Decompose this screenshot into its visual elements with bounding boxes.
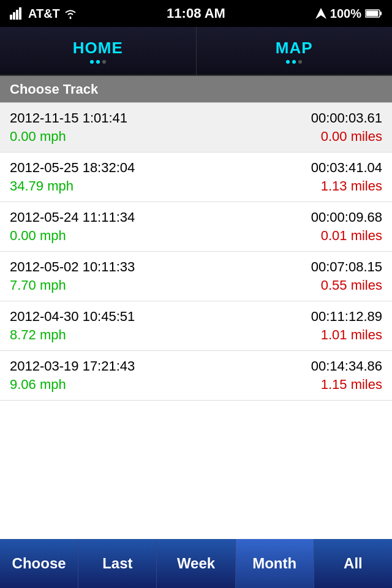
track-date: 2012-05-02 10:11:33 (10, 259, 135, 275)
track-duration: 00:07:08.15 (311, 259, 382, 275)
track-row[interactable]: 2012-04-30 10:45:51 00:11:12.89 8.72 mph… (0, 301, 392, 351)
track-speed: 9.06 mph (10, 377, 66, 393)
tab-map-dots (286, 60, 302, 64)
choose-track-header: Choose Track (0, 76, 392, 103)
bottom-tab-month[interactable]: Month (236, 539, 314, 588)
location-icon (315, 8, 326, 19)
track-row[interactable]: 2012-11-15 1:01:41 00:00:03.61 0.00 mph … (0, 103, 392, 153)
bottom-tab-choose[interactable]: Choose (0, 539, 78, 588)
track-speed: 0.00 mph (10, 228, 66, 244)
track-speed: 0.00 mph (10, 129, 66, 145)
track-speed: 34.79 mph (10, 178, 74, 194)
status-left: AT&T (10, 7, 77, 21)
svg-rect-7 (366, 11, 379, 17)
track-date: 2012-05-24 11:11:34 (10, 209, 135, 225)
svg-marker-4 (315, 8, 326, 19)
track-date: 2012-11-15 1:01:41 (10, 110, 127, 126)
track-row[interactable]: 2012-05-02 10:11:33 00:07:08.15 7.70 mph… (0, 252, 392, 301)
track-row[interactable]: 2012-03-19 17:21:43 00:14:34.86 9.06 mph… (0, 351, 392, 401)
track-duration: 00:03:41.04 (311, 160, 382, 176)
tab-map[interactable]: MAP (197, 27, 393, 75)
svg-rect-0 (10, 15, 12, 20)
track-speed: 8.72 mph (10, 327, 66, 343)
track-duration: 00:14:34.86 (311, 358, 382, 374)
tab-home[interactable]: HOME (0, 27, 197, 75)
track-distance: 0.01 miles (321, 228, 382, 244)
nav-tabs: HOME MAP (0, 27, 392, 76)
status-right: 100% (315, 7, 382, 21)
content-area: Choose Track 2012-11-15 1:01:41 00:00:03… (0, 76, 392, 539)
track-date: 2012-05-25 18:32:04 (10, 160, 135, 176)
track-date: 2012-04-30 10:45:51 (10, 309, 135, 325)
track-date: 2012-03-19 17:21:43 (10, 358, 135, 374)
bottom-tab-last[interactable]: Last (78, 539, 157, 588)
status-time: 11:08 AM (167, 6, 225, 21)
status-bar: AT&T 11:08 AM 100% (0, 0, 392, 27)
track-distance: 1.15 miles (321, 377, 382, 393)
track-distance: 1.01 miles (321, 327, 382, 343)
signal-icon (10, 7, 24, 20)
track-speed: 7.70 mph (10, 277, 66, 293)
svg-rect-2 (16, 10, 18, 20)
bottom-tab-all[interactable]: All (314, 539, 392, 588)
svg-rect-3 (19, 7, 21, 20)
track-distance: 0.55 miles (321, 277, 382, 293)
track-distance: 1.13 miles (321, 178, 382, 194)
track-duration: 00:00:09.68 (311, 209, 382, 225)
battery-icon (365, 9, 382, 18)
track-duration: 00:11:12.89 (311, 309, 382, 325)
battery-label: 100% (330, 7, 361, 21)
wifi-icon (64, 8, 77, 19)
track-row[interactable]: 2012-05-25 18:32:04 00:03:41.04 34.79 mp… (0, 153, 392, 202)
track-row[interactable]: 2012-05-24 11:11:34 00:00:09.68 0.00 mph… (0, 202, 392, 252)
track-list: 2012-11-15 1:01:41 00:00:03.61 0.00 mph … (0, 103, 392, 401)
bottom-tab-week[interactable]: Week (157, 539, 235, 588)
bottom-tabs: ChooseLastWeekMonthAll (0, 539, 392, 588)
track-distance: 0.00 miles (321, 129, 382, 145)
svg-rect-6 (380, 12, 382, 15)
carrier-label: AT&T (28, 7, 60, 21)
tab-home-dots (90, 60, 106, 64)
svg-rect-1 (13, 12, 15, 20)
track-duration: 00:00:03.61 (311, 110, 382, 126)
